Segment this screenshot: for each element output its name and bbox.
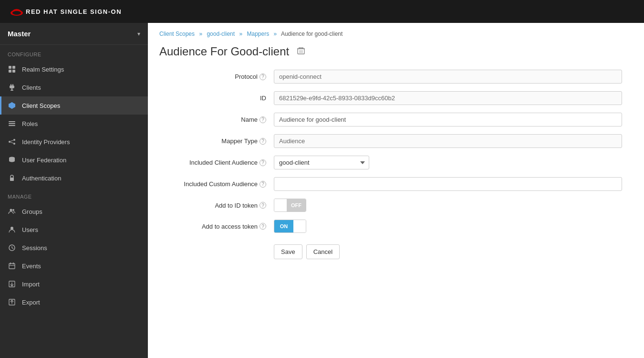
brand-logo: RED HAT SINGLE SIGN-ON [10,6,122,17]
sidebar-label-users: Users [22,226,38,233]
clock-icon [8,243,16,252]
form-row-id: ID [159,91,633,105]
sidebar-item-client-scopes[interactable]: Client Scopes [0,96,148,115]
sidebar-label-authentication: Authentication [22,175,61,182]
mapper-type-help-icon[interactable]: ? [260,138,266,145]
connect-icon [8,137,16,146]
breadcrumb-sep-3: » [274,31,277,37]
add-to-access-token-control: ON [274,220,622,233]
add-to-access-token-toggle[interactable]: ON [274,220,306,233]
sidebar-item-realm-settings[interactable]: Realm Settings [0,60,148,78]
sidebar-label-events: Events [22,263,41,270]
svg-rect-2 [9,66,11,69]
main-content: Client Scopes » good-client » Mappers » … [148,23,644,358]
import-icon [8,280,16,288]
sidebar-item-authentication[interactable]: Authentication [0,169,148,187]
included-custom-audience-help-icon[interactable]: ? [260,181,266,188]
id-label: ID [159,95,274,102]
toggle-on-text: ON [274,220,293,232]
sidebar-label-groups: Groups [22,208,42,215]
toggle-off-handle [274,199,287,211]
add-to-id-token-help-icon[interactable]: ? [260,202,266,209]
sidebar-item-import[interactable]: Import [0,275,148,293]
sidebar-item-export[interactable]: Export [0,293,148,311]
name-help-icon[interactable]: ? [260,116,266,123]
svg-rect-30 [9,263,15,269]
sidebar-item-users[interactable]: Users [0,221,148,239]
id-control [274,91,622,105]
protocol-help-icon[interactable]: ? [260,74,266,80]
form-row-included-client-audience: Included Client Audience ? good-client [159,156,633,169]
name-input[interactable] [274,113,622,126]
sidebar-item-sessions[interactable]: Sessions [0,239,148,257]
add-to-access-token-help-icon[interactable]: ? [260,223,266,230]
add-to-access-token-label: Add to access token ? [159,223,274,230]
cube-icon [8,101,16,110]
svg-rect-8 [10,85,14,88]
toggle-on-handle [293,220,306,232]
sidebar-item-roles[interactable]: Roles [0,115,148,133]
included-custom-audience-input[interactable] [274,177,622,191]
svg-rect-5 [12,70,15,73]
svg-point-18 [13,139,15,141]
breadcrumb-good-client[interactable]: good-client [207,31,235,37]
sidebar-label-client-scopes: Client Scopes [22,102,60,109]
lock-icon [8,174,16,182]
svg-rect-38 [298,49,304,54]
svg-rect-23 [10,178,14,181]
breadcrumb-sep-2: » [239,31,242,37]
sidebar-label-identity-providers: Identity Providers [22,138,70,146]
protocol-input[interactable] [274,70,622,84]
add-to-id-token-control: OFF [274,199,622,212]
form-row-included-custom-audience: Included Custom Audience ? [159,177,633,191]
save-button[interactable]: Save [274,244,302,259]
sidebar: Master ▾ Configure Realm Settings Client… [0,23,148,358]
svg-point-25 [12,209,14,211]
add-to-id-token-toggle[interactable]: OFF [274,199,306,212]
page-header: Audience For Good-client [148,41,644,70]
svg-point-1 [12,11,21,15]
mapper-type-label: Mapper Type ? [159,137,274,145]
sidebar-label-realm-settings: Realm Settings [22,66,64,73]
form: Protocol ? ID Name ? [148,70,644,274]
calendar-icon [8,262,16,270]
cancel-button[interactable]: Cancel [306,244,340,259]
mapper-type-control [274,134,622,148]
included-client-audience-label: Included Client Audience ? [159,159,274,166]
sidebar-item-events[interactable]: Events [0,257,148,275]
breadcrumb-client-scopes[interactable]: Client Scopes [159,31,195,37]
form-row-protocol: Protocol ? [159,70,633,84]
breadcrumb-mappers[interactable]: Mappers [247,31,270,37]
add-to-id-token-label: Add to ID token ? [159,202,274,209]
plug-icon [8,83,16,92]
included-client-audience-help-icon[interactable]: ? [260,159,266,166]
realm-selector[interactable]: Master ▾ [0,23,148,45]
sidebar-item-clients[interactable]: Clients [0,78,148,96]
form-row-add-to-id-token: Add to ID token ? OFF [159,199,633,212]
sidebar-item-user-federation[interactable]: User Federation [0,151,148,169]
delete-button[interactable] [295,45,307,58]
manage-section-label: Manage [0,187,148,202]
id-input[interactable] [274,91,622,105]
add-to-id-token-toggle-wrap: OFF [274,199,622,212]
sidebar-label-import: Import [22,281,40,288]
svg-rect-10 [10,90,13,91]
sidebar-item-groups[interactable]: Groups [0,202,148,221]
users-icon [8,207,16,216]
sidebar-item-identity-providers[interactable]: Identity Providers [0,133,148,151]
svg-rect-16 [9,125,15,126]
mapper-type-input[interactable] [274,134,622,148]
included-client-audience-control: good-client [274,156,622,169]
included-custom-audience-label: Included Custom Audience ? [159,180,274,188]
app-title: RED HAT SINGLE SIGN-ON [26,8,122,15]
export-icon [8,298,16,306]
included-client-audience-select[interactable]: good-client [274,156,369,169]
breadcrumb-current: Audience for good-client [281,31,343,37]
app-layout: Master ▾ Configure Realm Settings Client… [0,23,644,358]
svg-line-21 [10,142,13,143]
svg-rect-15 [9,123,15,124]
realm-name: Master [8,30,31,38]
sidebar-label-sessions: Sessions [22,244,47,252]
form-row-mapper-type: Mapper Type ? [159,134,633,148]
toggle-off-text: OFF [287,199,306,211]
